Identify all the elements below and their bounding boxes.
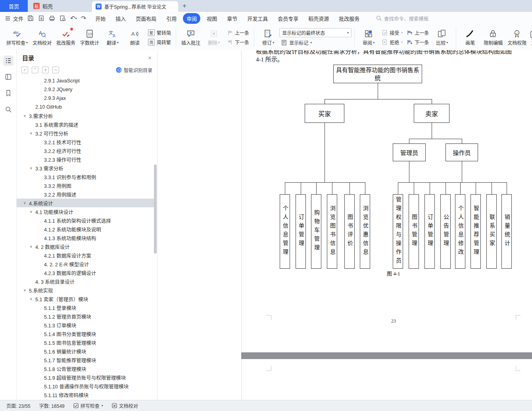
simp-to-trad-button[interactable]: 简简转繁 <box>146 38 173 46</box>
save-icon[interactable] <box>27 15 34 21</box>
toc-item[interactable]: 3.2.3 操作可行性 <box>17 155 154 164</box>
grading-service-button[interactable]: 批改服务 <box>54 25 78 50</box>
toc-item[interactable]: 3.3.1 识别参与者和用例 <box>17 172 154 181</box>
toc-item[interactable]: 4.1.3 系统功能模块结构 <box>17 233 154 242</box>
close-icon[interactable]: × <box>148 54 152 61</box>
menu-item[interactable]: 开发工具 <box>244 13 271 24</box>
toc-item[interactable]: 2.9.2 JQuery <box>17 85 154 94</box>
menu-item[interactable]: 页面布局 <box>132 13 160 24</box>
toc-item[interactable]: 2.9.3 Ajax <box>17 94 154 103</box>
menu-item[interactable]: 引用 <box>163 13 180 24</box>
toc-item[interactable]: 5.1.4 图书分类管理模块 <box>17 329 154 338</box>
doc-proof-button[interactable]: A 文档校对 <box>30 25 54 50</box>
smart-toc-button[interactable]: 智能识别目录 <box>116 67 152 73</box>
toc-item[interactable]: 5.1.6 销量统计模块 <box>17 347 154 356</box>
store-tab[interactable]: 稻 稻壳 <box>28 0 92 12</box>
document-tab[interactable]: W 基于Spring...荐系统 毕业论文 <box>92 1 178 12</box>
prev-revision-button[interactable]: 上一条 <box>405 29 431 37</box>
toc-item[interactable]: ∨3.需求分析 <box>17 111 154 120</box>
read-aloud-button[interactable]: A 朗读 <box>124 25 146 50</box>
chevron-down-icon[interactable]: ∨ <box>30 166 33 170</box>
undo-icon[interactable]: ↶▾ <box>70 15 77 22</box>
toc-item[interactable]: 4.1.1 系统的架构设计模式选择 <box>17 216 154 225</box>
menu-item[interactable]: 视图 <box>203 13 221 24</box>
print-icon[interactable] <box>49 15 55 21</box>
toc-item[interactable]: 5.1.8 公告管理模块 <box>17 364 154 373</box>
nav-outline-icon[interactable] <box>3 55 13 66</box>
toc-item[interactable]: ∨3.3 需求分析 <box>17 164 154 172</box>
reject-revision-button[interactable]: 拒绝▾ <box>380 38 405 46</box>
chevron-down-icon[interactable]: ∨ <box>23 288 26 292</box>
doc-proof-status-button[interactable]: 文档校对 <box>112 402 138 409</box>
menu-item[interactable]: 章节 <box>223 13 241 24</box>
accept-revision-button[interactable]: 接受▾ <box>380 29 405 37</box>
chevron-down-icon[interactable]: ∨ <box>23 114 26 118</box>
menu-item[interactable]: 批改服务 <box>335 13 363 24</box>
clipped-ribbon-button[interactable]: 文 <box>523 26 532 51</box>
compare-button[interactable]: 比较▾ <box>431 25 453 50</box>
word-count-indicator[interactable]: 字数: 16549 <box>39 402 65 409</box>
toc-item[interactable]: 5.1.5 图书信息管理模块 <box>17 338 154 347</box>
trad-to-simp-button[interactable]: 繁繁转简 <box>146 29 173 37</box>
redo-icon[interactable]: ↷ <box>81 15 86 22</box>
toc-item[interactable]: 3.1 系统需求的描述 <box>17 120 154 129</box>
menu-item[interactable]: 开始 <box>92 13 109 24</box>
export-icon[interactable] <box>38 15 44 21</box>
menu-item[interactable]: 插入 <box>112 13 129 24</box>
toc-item[interactable]: 4.2.1 数据库设计方案 <box>17 251 154 260</box>
menu-item[interactable]: 审阅 <box>183 13 200 24</box>
nav-pane-icon[interactable] <box>3 72 13 82</box>
markup-state-select[interactable]: 显示标记的最终状态▾ <box>279 28 351 37</box>
bookmark-icon[interactable] <box>3 88 13 98</box>
toc-item[interactable]: 2.10 GitHub <box>17 103 154 111</box>
expand-all-icon[interactable]: ＋ <box>42 67 49 73</box>
chevron-down-icon[interactable]: ∨ <box>23 201 26 205</box>
delete-comment-button[interactable]: 删除▾ <box>203 25 225 50</box>
hamburger-icon[interactable] <box>5 15 11 21</box>
toc-item[interactable]: 3.3.2 用例图 <box>17 181 154 190</box>
new-tab-button[interactable]: + <box>178 0 191 12</box>
chevron-down-icon[interactable]: ∨ <box>30 297 33 301</box>
restrict-edit-button[interactable]: A 限制编辑 <box>481 25 505 50</box>
toc-item[interactable]: 4. 2. 2 E-R 模型设计 <box>17 260 154 268</box>
document-page-24[interactable] <box>241 359 532 400</box>
search-icon[interactable] <box>3 104 13 115</box>
brush-button[interactable]: 画笔 <box>459 25 481 50</box>
toc-scrollbar-thumb[interactable] <box>154 164 157 254</box>
toc-item[interactable]: ∨4. 2 数据库设计 <box>17 242 154 251</box>
review-button[interactable]: 审阅▾ <box>357 25 380 50</box>
toc-item[interactable]: ∨5.系统实现 <box>17 286 154 294</box>
collapse-all-icon[interactable]: － <box>52 67 59 73</box>
file-menu[interactable]: 文件 <box>13 15 23 22</box>
toc-item[interactable]: 5.1.10 普通操作员账号与权限管理模块 <box>17 382 154 390</box>
chevron-down-icon[interactable]: ∨ <box>30 210 33 214</box>
locate-heading-icon[interactable]: ✓ <box>21 67 28 73</box>
toc-item[interactable]: ∨5.1 卖家（管理员）模块 <box>17 294 154 303</box>
spellcheck-status-button[interactable]: 拼写检查 ▾ <box>73 402 103 409</box>
toc-item[interactable]: 3.2.2 经济可行性 <box>17 146 154 155</box>
show-markup-button[interactable]: 显示标记▾ <box>279 38 351 47</box>
toc-item[interactable]: ∨3.2 可行性分析 <box>17 129 154 138</box>
translate-button[interactable]: 文A 翻译▾ <box>102 25 124 50</box>
toc-item[interactable]: 3.2.1 技术可行性 <box>17 138 154 146</box>
toc-item[interactable]: 5.1.9 超级管理员账号与权限管理模块 <box>17 373 154 382</box>
toc-item[interactable]: 5.1.11 修改密码模块 <box>17 390 154 399</box>
toc-item[interactable]: 2.9.1 JavaScript <box>17 76 154 85</box>
word-count-button[interactable]: 123 字数统计 <box>78 25 102 50</box>
toc-item[interactable]: 5.1.2 管理员首页模块 <box>17 312 154 321</box>
next-revision-button[interactable]: 下一条 <box>405 38 431 46</box>
toc-item[interactable]: 5.1.3 订单模块 <box>17 321 154 329</box>
collapse-panel-icon[interactable]: ⌃ <box>32 67 38 73</box>
menu-item[interactable]: 稻壳资源 <box>305 13 332 24</box>
track-changes-button[interactable]: 修订▾ <box>257 25 279 50</box>
toc-item[interactable]: ∨4.系统设计 <box>17 199 154 207</box>
toc-item[interactable]: 4.2.3 数据库的逻辑设计 <box>17 268 154 277</box>
spell-check-button[interactable]: abc 拼写检查▾ <box>4 25 30 50</box>
home-tab[interactable]: 首页 <box>0 0 28 12</box>
toc-item[interactable]: 3.2.2 用例描述 <box>17 190 154 199</box>
print-preview-icon[interactable] <box>60 15 66 21</box>
menu-item[interactable]: 会员专享 <box>274 13 302 24</box>
toc-item[interactable]: 5.1.7 智能推荐管理模块 <box>17 356 154 364</box>
toc-item[interactable]: 4.1.2 系统功能模块及说明 <box>17 225 154 233</box>
toc-item[interactable]: 4. 3 系统目录设计 <box>17 277 154 286</box>
